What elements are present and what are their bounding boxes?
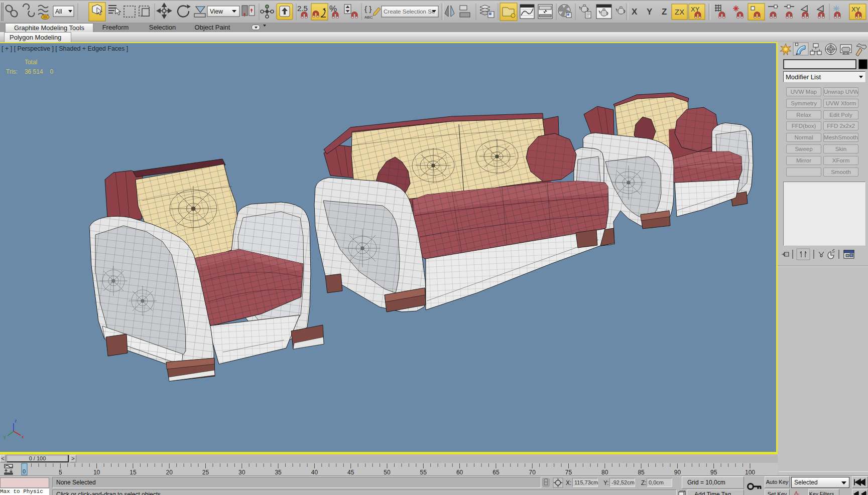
- svg-text:{ }: { }: [364, 5, 371, 13]
- svg-text:10: 10: [93, 469, 100, 475]
- svg-text:60: 60: [456, 469, 463, 475]
- svg-text:View: View: [210, 8, 223, 15]
- svg-text:35: 35: [275, 469, 282, 475]
- svg-text:All: All: [55, 8, 62, 15]
- svg-text:Z: Z: [662, 7, 667, 17]
- svg-text:30: 30: [238, 469, 245, 475]
- svg-text:20: 20: [166, 469, 173, 475]
- svg-text:70: 70: [529, 469, 536, 475]
- svg-text:50: 50: [384, 469, 391, 475]
- svg-text:25: 25: [202, 469, 209, 475]
- svg-text:85: 85: [638, 469, 645, 475]
- svg-text:ABC: ABC: [364, 15, 373, 20]
- svg-text:X: X: [632, 7, 638, 17]
- svg-text:40: 40: [311, 469, 318, 475]
- svg-text:Create Selection Se: Create Selection Se: [384, 9, 435, 15]
- svg-text:z: z: [15, 418, 17, 423]
- svg-text:0: 0: [23, 468, 26, 474]
- svg-text:15: 15: [130, 469, 137, 475]
- svg-text:100: 100: [745, 469, 755, 475]
- svg-text:75: 75: [565, 469, 572, 475]
- svg-text:Y: Y: [647, 7, 653, 17]
- svg-text:5: 5: [59, 469, 62, 475]
- svg-text:55: 55: [420, 469, 427, 475]
- svg-text:x: x: [22, 434, 24, 439]
- svg-text:y: y: [4, 434, 6, 439]
- svg-text:ZX: ZX: [675, 8, 684, 16]
- svg-text:45: 45: [347, 469, 354, 475]
- svg-text:80: 80: [601, 469, 608, 475]
- svg-text:90: 90: [674, 469, 681, 475]
- svg-text:95: 95: [710, 469, 717, 475]
- svg-text:65: 65: [492, 469, 500, 475]
- svg-text:2.5: 2.5: [297, 4, 308, 13]
